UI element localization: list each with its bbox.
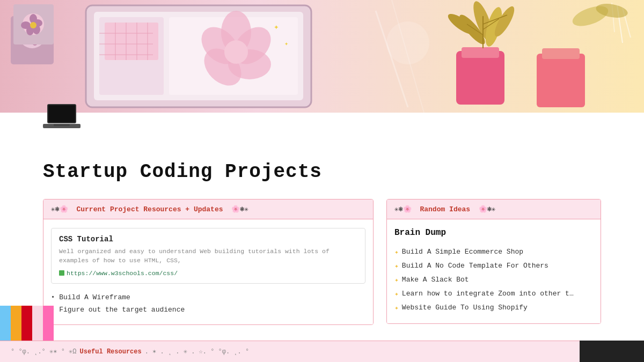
color-strip	[11, 306, 21, 341]
random-ideas-section: ✳❃🌸 Random Ideas 🌸❃✳ Brain Dump ✦Build A…	[386, 199, 601, 324]
brain-dump-title: Brain Dump	[394, 228, 593, 238]
random-deco-left: ✳❃🌸	[394, 205, 412, 213]
color-strip	[32, 306, 43, 341]
current-project-title: Current Project Resources + Updates	[76, 205, 223, 213]
current-project-header: ✳❃🌸 Current Project Resources + Updates …	[43, 200, 373, 219]
header-deco-right: 🌸❃✳	[231, 205, 248, 213]
resource-card-link[interactable]: https://www.w3schools.com/css/	[59, 270, 357, 277]
current-project-section: ✳❃🌸 Current Project Resources + Updates …	[43, 199, 374, 325]
svg-point-59	[30, 22, 36, 28]
svg-rect-32	[462, 47, 499, 58]
svg-rect-63	[54, 124, 70, 126]
bottom-bar: ° °φ. ˛.° ✳✶ ° ✳Ω Useful Resources . ✶ .…	[0, 341, 644, 346]
bottom-right-dark-bar	[580, 341, 644, 346]
color-strip	[43, 306, 54, 341]
link-icon	[59, 270, 64, 276]
random-ideas-header: ✳❃🌸 Random Ideas 🌸❃✳	[387, 200, 601, 219]
css-tutorial-card[interactable]: CSS Tutorial Well organized and easy to …	[51, 228, 365, 284]
link-text: https://www.w3schools.com/css/	[67, 270, 178, 277]
project-bullet-list: Build A WireframeFigure out the target a…	[51, 291, 365, 316]
idea-text: Make A Slack Bot	[402, 276, 469, 284]
right-column: ✳❃🌸 Random Ideas 🌸❃✳ Brain Dump ✦Build A…	[386, 199, 601, 324]
resource-card-title: CSS Tutorial	[59, 235, 357, 243]
left-column: ✳❃🌸 Current Project Resources + Updates …	[43, 199, 374, 325]
bullet-item: Build A Wireframe	[51, 291, 365, 304]
laptop-icon	[43, 102, 80, 134]
random-ideas-body: Brain Dump ✦Build A Simple Ecommerce Sho…	[387, 219, 601, 323]
svg-point-28	[224, 40, 248, 64]
color-strip	[0, 306, 11, 341]
sparkle-icon: ✦	[394, 290, 399, 298]
sparkle-icon: ✦	[394, 276, 399, 284]
sparkle-icon: ✦	[394, 248, 399, 256]
main-content: Startup Coding Projects ✳❃🌸 Current Proj…	[0, 134, 644, 346]
idea-item: ✦Website Guide To Using Shopify	[394, 301, 593, 315]
svg-rect-42	[537, 54, 585, 107]
random-deco-right: 🌸❃✳	[479, 205, 496, 213]
page-title: Startup Coding Projects	[43, 161, 601, 183]
idea-text: Build A Simple Ecommerce Shop	[402, 248, 523, 256]
sparkle-icon: ✦	[394, 262, 399, 270]
svg-rect-61	[48, 105, 75, 122]
svg-rect-31	[456, 51, 504, 105]
idea-text: Website Guide To Using Shopify	[402, 304, 528, 312]
idea-item: ✦Learn how to integrate Zoom into other …	[394, 287, 593, 301]
idea-item: ✦Build A No Code Template For Others	[394, 259, 593, 273]
hero-banner: ✦ ✦	[0, 0, 644, 113]
current-project-body: CSS Tutorial Well organized and easy to …	[43, 219, 373, 324]
ideas-list: ✦Build A Simple Ecommerce Shop✦Build A N…	[394, 245, 593, 315]
idea-item: ✦Build A Simple Ecommerce Shop	[394, 245, 593, 259]
svg-rect-43	[542, 48, 580, 59]
svg-point-58	[21, 21, 31, 29]
svg-text:✦: ✦	[284, 40, 288, 48]
color-strip	[21, 306, 32, 341]
random-ideas-title: Random Ideas	[420, 205, 470, 213]
two-column-layout: ✳❃🌸 Current Project Resources + Updates …	[43, 199, 601, 325]
bottom-color-strips	[0, 306, 54, 341]
header-deco-left: ✳❃🌸	[51, 205, 68, 213]
bullet-item: Figure out the target audience	[51, 304, 365, 316]
svg-point-46	[386, 21, 429, 64]
resource-card-desc: Well organized and easy to understand We…	[59, 247, 357, 265]
idea-text: Build A No Code Template For Others	[402, 262, 548, 270]
sparkle-icon: ✦	[394, 304, 399, 312]
svg-text:✦: ✦	[274, 23, 279, 32]
idea-text: Learn how to integrate Zoom into other t…	[402, 290, 574, 298]
idea-item: ✦Make A Slack Bot	[394, 273, 593, 287]
